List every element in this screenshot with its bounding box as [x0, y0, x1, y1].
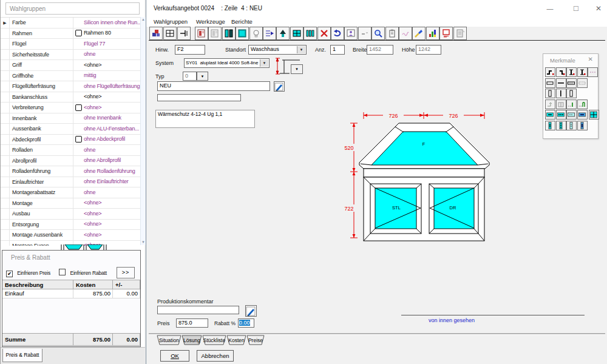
signature-disabled-button[interactable] [399, 27, 412, 40]
clipboard-button[interactable] [385, 27, 399, 40]
produktionskommentar-input[interactable] [157, 306, 239, 314]
grid-window-button[interactable] [163, 27, 177, 40]
lamp-button[interactable] [249, 27, 263, 40]
wahlgruppen-row[interactable]: RahmenRahmen 80 [1, 29, 140, 39]
col-beschreibung[interactable]: Beschreibung [2, 280, 73, 289]
wahlgruppen-row[interactable]: Verbreiterung<ohne> [1, 103, 140, 113]
wahlgruppen-row[interactable]: Aussenbankohne ALU-Fensterban... [1, 124, 140, 135]
paint-brush-button[interactable] [412, 27, 426, 40]
tab-preis-rabatt[interactable]: Preis & Rabatt [2, 349, 42, 362]
row-value[interactable]: <ohne> [84, 209, 140, 219]
edit-kommentar-button[interactable] [245, 305, 257, 317]
row-value[interactable]: mittig [84, 70, 140, 81]
dropdown-arrow-icon[interactable]: ▼ [260, 59, 268, 67]
hline-button[interactable] [556, 78, 566, 88]
scroll-down-icon[interactable]: ▼ [141, 240, 146, 245]
wahlgruppen-row[interactable]: Montage<ohne> [1, 198, 140, 209]
profile-section-button[interactable] [177, 27, 191, 40]
scroll-up-icon[interactable]: ▲ [141, 17, 146, 22]
row-value[interactable]: ohne [84, 49, 140, 59]
delete-x-button[interactable] [317, 27, 331, 40]
system-select[interactable]: SY01 aluplast Ideal 4000 Soft-line▼ [184, 58, 270, 68]
vprofile-button[interactable] [545, 89, 555, 98]
row-value[interactable]: ohne Innenbank [84, 113, 140, 123]
tree-node-button[interactable] [276, 27, 290, 40]
row-value[interactable]: ohne [84, 145, 140, 155]
row-value[interactable]: ohne ALU-Fensterban... [84, 124, 140, 134]
preview-window-button[interactable] [344, 27, 358, 40]
menu-werkzeuge[interactable]: Werkzeuge [196, 18, 225, 25]
insert-window-gray-button[interactable] [208, 27, 222, 40]
wahlgruppen-row[interactable]: Griff<ohne> [1, 60, 140, 71]
wahlgruppen-row[interactable]: Rolladenführungohne Rolladenführung [1, 166, 140, 177]
wahlgruppen-row[interactable]: Griffhöhemittig [1, 71, 140, 82]
preis-input[interactable]: 875.0 [176, 318, 208, 328]
dash-disabled-button[interactable] [358, 27, 371, 40]
row-value[interactable]: <ohne> [84, 60, 140, 70]
disabled-dots-button[interactable] [588, 67, 598, 77]
expand-button[interactable]: >> [117, 267, 135, 278]
row-value[interactable]: ohne Rolladenführung [84, 166, 140, 177]
extra-input[interactable] [157, 94, 241, 101]
profile-dropdown-button[interactable]: ▼ [291, 64, 303, 74]
wahlgruppen-row[interactable]: Sicherheitsstufeohne [1, 50, 140, 61]
wahlgruppen-row[interactable]: Flügellüfterfräsungohne Flügellüfterfräs… [1, 81, 140, 92]
insert-window-red-button[interactable] [195, 27, 208, 40]
menu-wahlgruppen[interactable]: Wahlgruppen [154, 18, 188, 25]
glass-panel-button[interactable] [236, 27, 249, 40]
wahlgruppen-row[interactable]: ▶FarbeSilicon innen ohne Run... [1, 18, 140, 29]
wahlgruppen-row[interactable]: Abdeckprofilohne Abdeckprofil [1, 135, 140, 146]
col-kosten[interactable]: Kosten [73, 280, 113, 289]
edit-text-button[interactable] [274, 81, 285, 92]
col-plusminus[interactable]: +/- [113, 280, 140, 289]
frame-red-button[interactable] [439, 27, 453, 40]
door-panel-button[interactable] [222, 27, 236, 40]
cyan-grid-button[interactable] [589, 110, 599, 120]
green-2-button[interactable] [577, 99, 588, 109]
cyan-h3-button[interactable] [566, 110, 577, 120]
maximize-button[interactable]: □ [566, 0, 586, 17]
minimize-button[interactable]: — [540, 0, 560, 17]
glazing-bars-button[interactable] [304, 27, 317, 40]
new-position-button[interactable] [149, 27, 163, 40]
row-value[interactable]: ohne Abdeckprofil [84, 134, 140, 144]
post-b-button[interactable] [577, 67, 588, 77]
cyan-v1-button[interactable] [545, 121, 555, 130]
measure-button[interactable] [545, 99, 555, 109]
row-value[interactable]: ohne [84, 187, 140, 198]
wahlgruppen-row[interactable]: Bankanschluss<ohne> [1, 92, 140, 103]
wahlgruppen-row[interactable]: Montage Aussenbank<ohne> [1, 230, 140, 241]
undo-button[interactable] [331, 27, 344, 40]
row-value[interactable]: Rahmen 80 [84, 28, 140, 38]
wahlgruppen-row[interactable]: Rolladenohne [1, 145, 140, 156]
merkmale-close-icon[interactable]: ✕ [588, 56, 593, 62]
row-value[interactable]: <ohne> [84, 103, 140, 113]
row-value[interactable]: <ohne> [84, 230, 140, 240]
einfrieren-rabatt-checkbox[interactable] [59, 269, 66, 275]
wahlgruppen-row[interactable]: FlügelFlügel 77 [1, 39, 140, 50]
row-value[interactable]: ohne Einlauftrichter [84, 177, 140, 187]
cyan-v3-button[interactable] [566, 121, 577, 130]
typ-dropdown-button[interactable]: ▼ [197, 72, 208, 81]
hinw-input[interactable]: F2 [175, 45, 205, 55]
green-1-button[interactable] [566, 99, 577, 109]
wahlgruppen-scrollbar[interactable]: ▲ ▼ [140, 17, 146, 245]
description-box[interactable]: Wärmeschutz 4-12-4 Ug 1,1 [155, 110, 255, 128]
hprofile2-button[interactable] [566, 78, 577, 88]
row-value[interactable]: ohne Abrollprofil [84, 155, 140, 166]
list-options-button[interactable] [263, 27, 276, 40]
wahlgruppen-row[interactable]: Ausbau<ohne> [1, 209, 140, 220]
cyan-h2-button[interactable] [556, 110, 566, 120]
cyan-h1-button[interactable] [545, 110, 555, 120]
cancel-button[interactable]: Abbrechen [197, 350, 234, 362]
vprofile2-button[interactable] [566, 89, 577, 98]
hprofile-button[interactable] [545, 78, 555, 88]
anschlag-left-button[interactable] [545, 67, 555, 77]
hoehe-input[interactable]: 1242 [416, 45, 441, 55]
anz-input[interactable]: 1 [330, 45, 345, 55]
anschlag-right-button[interactable] [556, 67, 566, 77]
window-grid-cyan-button[interactable] [290, 27, 304, 40]
row-value[interactable]: <ohne> [84, 92, 140, 102]
wahlgruppen-row[interactable]: Montagerabattsatzohne [1, 187, 140, 198]
cyan-v2-button[interactable] [556, 121, 566, 130]
